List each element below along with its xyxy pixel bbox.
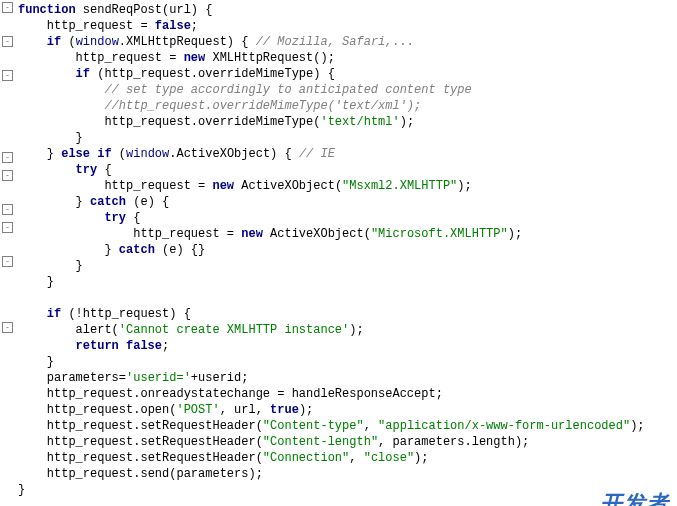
- code-line: http_request.setRequestHeader("Content-l…: [18, 434, 645, 450]
- gutter-row: [0, 238, 16, 254]
- code-line: if (window.XMLHttpRequest) { // Mozilla,…: [18, 34, 645, 50]
- code-line: http_request.overrideMimeType('text/html…: [18, 114, 645, 130]
- gutter-row: [0, 272, 16, 288]
- gutter-row: [0, 354, 16, 370]
- gutter-row: [0, 386, 16, 402]
- fold-toggle-icon[interactable]: -: [2, 70, 13, 81]
- gutter-row: [0, 288, 16, 304]
- gutter-row: [0, 134, 16, 150]
- gutter-row: [0, 402, 16, 418]
- gutter-row: [0, 498, 16, 506]
- code-line: http_request = new ActiveXObject("Msxml2…: [18, 178, 645, 194]
- code-line: http_request.onreadystatechange = handle…: [18, 386, 645, 402]
- code-editor: --------- function sendReqPost(url) { ht…: [0, 0, 677, 506]
- code-line: } catch (e) {}: [18, 242, 645, 258]
- fold-toggle-icon[interactable]: -: [2, 204, 13, 215]
- gutter-row: -: [0, 256, 16, 272]
- code-area: function sendReqPost(url) { http_request…: [16, 0, 645, 506]
- gutter-row: -: [0, 322, 16, 338]
- code-line: http_request = new XMLHttpRequest();: [18, 50, 645, 66]
- gutter-row: -: [0, 70, 16, 86]
- code-line: // set type accordingly to anticipated c…: [18, 82, 645, 98]
- gutter-row: [0, 52, 16, 68]
- code-line: }: [18, 482, 645, 498]
- code-line: function sendReqPost(url) {: [18, 2, 645, 18]
- gutter-row: -: [0, 152, 16, 168]
- code-line: }: [18, 274, 645, 290]
- code-line: if (http_request.overrideMimeType) {: [18, 66, 645, 82]
- code-line: } else if (window.ActiveXObject) { // IE: [18, 146, 645, 162]
- fold-toggle-icon[interactable]: -: [2, 170, 13, 181]
- fold-toggle-icon[interactable]: -: [2, 152, 13, 163]
- gutter-row: [0, 304, 16, 320]
- gutter-row: [0, 338, 16, 354]
- gutter-row: [0, 102, 16, 118]
- code-line: if (!http_request) {: [18, 306, 645, 322]
- gutter-row: -: [0, 204, 16, 220]
- code-line: http_request.setRequestHeader("Connectio…: [18, 450, 645, 466]
- code-line: try {: [18, 210, 645, 226]
- code-line: http_request = false;: [18, 18, 645, 34]
- fold-toggle-icon[interactable]: -: [2, 222, 13, 233]
- gutter-row: [0, 450, 16, 466]
- gutter-row: [0, 418, 16, 434]
- code-line: }: [18, 258, 645, 274]
- code-line: http_request = new ActiveXObject("Micros…: [18, 226, 645, 242]
- code-line: [18, 290, 645, 306]
- code-line: }: [18, 354, 645, 370]
- code-line: } catch (e) {: [18, 194, 645, 210]
- fold-toggle-icon[interactable]: -: [2, 36, 13, 47]
- code-line: parameters='userid='+userid;: [18, 370, 645, 386]
- code-line: }: [18, 130, 645, 146]
- code-line: http_request.send(parameters);: [18, 466, 645, 482]
- fold-gutter: ---------: [0, 0, 16, 506]
- gutter-row: -: [0, 170, 16, 186]
- gutter-row: [0, 482, 16, 498]
- gutter-row: [0, 86, 16, 102]
- gutter-row: [0, 434, 16, 450]
- gutter-row: -: [0, 222, 16, 238]
- gutter-row: [0, 118, 16, 134]
- code-line: try {: [18, 162, 645, 178]
- gutter-row: [0, 18, 16, 34]
- gutter-row: [0, 370, 16, 386]
- gutter-row: -: [0, 36, 16, 52]
- gutter-row: -: [0, 2, 16, 18]
- gutter-row: [0, 186, 16, 202]
- fold-toggle-icon[interactable]: -: [2, 2, 13, 13]
- code-line: http_request.setRequestHeader("Content-t…: [18, 418, 645, 434]
- code-line: alert('Cannot create XMLHTTP instance');: [18, 322, 645, 338]
- code-line: //http_request.overrideMimeType('text/xm…: [18, 98, 645, 114]
- code-line: return false;: [18, 338, 645, 354]
- fold-toggle-icon[interactable]: -: [2, 256, 13, 267]
- gutter-row: [0, 466, 16, 482]
- code-line: http_request.open('POST', url, true);: [18, 402, 645, 418]
- fold-toggle-icon[interactable]: -: [2, 322, 13, 333]
